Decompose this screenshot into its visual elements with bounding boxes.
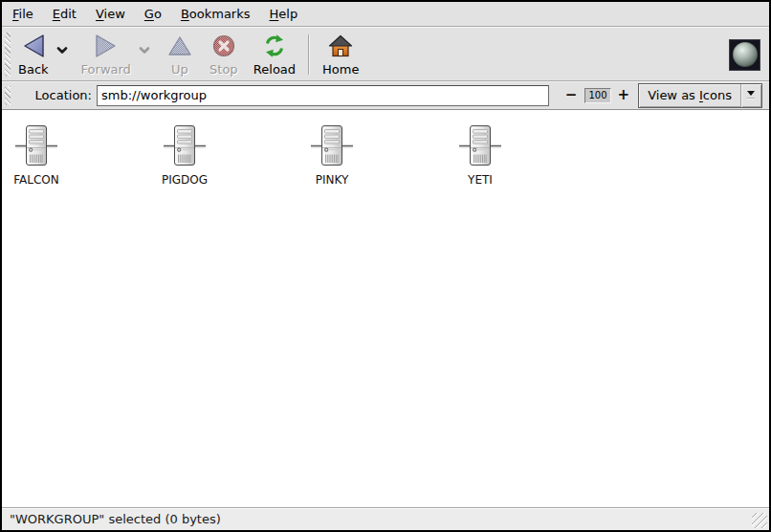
chevron-down-icon xyxy=(139,47,150,55)
menu-item-label: ookmarks xyxy=(189,7,251,21)
chevron-down-icon xyxy=(741,91,761,100)
forward-icon xyxy=(93,32,120,60)
stop-icon xyxy=(211,32,236,60)
up-icon xyxy=(167,32,192,60)
network-server-icon xyxy=(457,123,503,169)
toolbar-drag-handle[interactable] xyxy=(5,33,11,77)
forward-button[interactable]: Forward xyxy=(76,29,137,78)
reload-button[interactable]: Reload xyxy=(248,29,301,78)
file-area[interactable]: FALCON PIGDOG PINKY YETI xyxy=(2,110,769,507)
menu-item-edit[interactable]: Edit xyxy=(43,3,86,25)
throbber xyxy=(729,39,760,71)
menu-item-label: iew xyxy=(104,7,125,21)
menu-item-mnemonic: V xyxy=(96,7,104,21)
menu-item-file[interactable]: File xyxy=(3,3,43,25)
status-bar: "WORKGROUP" selected (0 bytes) xyxy=(2,507,769,530)
back-label: Back xyxy=(18,62,49,77)
home-icon xyxy=(327,32,354,60)
network-server-icon xyxy=(309,123,355,169)
file-label: YETI xyxy=(468,173,493,187)
stop-button[interactable]: Stop xyxy=(204,29,244,78)
file-item-pinky[interactable]: PINKY xyxy=(294,123,370,187)
file-item-falcon[interactable]: FALCON xyxy=(0,123,75,187)
menu-item-view[interactable]: View xyxy=(86,3,135,25)
menu-item-mnemonic: E xyxy=(53,7,60,21)
menu-bar: File Edit View Go Bookmarks Help xyxy=(2,2,769,27)
location-input[interactable] xyxy=(97,85,549,106)
toolbar: Back Forward Up xyxy=(2,27,769,81)
resize-grip[interactable] xyxy=(752,513,767,528)
location-bar: Location: − 100 + View as Icons xyxy=(2,81,769,110)
stop-label: Stop xyxy=(209,62,238,77)
menu-item-help[interactable]: Help xyxy=(260,3,308,25)
network-server-icon xyxy=(162,123,208,169)
reload-label: Reload xyxy=(253,62,296,77)
file-label: PINKY xyxy=(316,173,349,187)
file-label: FALCON xyxy=(13,173,59,187)
zoom-out-button[interactable]: − xyxy=(565,88,578,102)
file-item-pigdog[interactable]: PIGDOG xyxy=(146,123,223,187)
back-icon xyxy=(20,32,47,60)
forward-history-dropdown[interactable] xyxy=(137,34,152,67)
file-manager-window: File Edit View Go Bookmarks Help Back Fo… xyxy=(0,0,771,532)
file-item-yeti[interactable]: YETI xyxy=(442,123,518,187)
back-button[interactable]: Back xyxy=(12,29,55,78)
menu-item-label: ile xyxy=(19,7,33,21)
reload-icon xyxy=(262,32,287,60)
up-label: Up xyxy=(171,62,188,77)
menu-item-label: dit xyxy=(60,7,77,21)
location-bar-drag-handle[interactable] xyxy=(5,86,11,105)
up-button[interactable]: Up xyxy=(160,29,200,78)
forward-label: Forward xyxy=(81,62,131,77)
menu-item-mnemonic: G xyxy=(144,7,154,21)
view-as-dropdown[interactable]: View as Icons xyxy=(638,83,762,108)
back-history-dropdown[interactable] xyxy=(55,34,70,67)
view-as-label: View as Icons xyxy=(639,88,740,102)
status-text: "WORKGROUP" selected (0 bytes) xyxy=(10,512,221,526)
gnome-orb-throbber-icon xyxy=(733,42,758,67)
zoom-in-button[interactable]: + xyxy=(618,88,630,102)
throbber-frame xyxy=(729,39,760,71)
menu-item-label: o xyxy=(154,7,162,21)
zoom-level-indicator[interactable]: 100 xyxy=(584,88,610,103)
toolbar-separator xyxy=(308,34,309,75)
home-label: Home xyxy=(322,62,359,77)
home-button[interactable]: Home xyxy=(317,29,364,78)
menu-item-mnemonic: H xyxy=(270,7,279,21)
menu-item-bookmarks[interactable]: Bookmarks xyxy=(171,3,260,25)
menu-item-go[interactable]: Go xyxy=(135,3,171,25)
location-label: Location: xyxy=(35,88,92,102)
menu-item-mnemonic: B xyxy=(181,7,189,21)
chevron-down-icon xyxy=(56,47,68,55)
network-server-icon xyxy=(13,123,59,169)
menu-item-label: elp xyxy=(278,7,297,21)
file-label: PIGDOG xyxy=(162,173,208,187)
